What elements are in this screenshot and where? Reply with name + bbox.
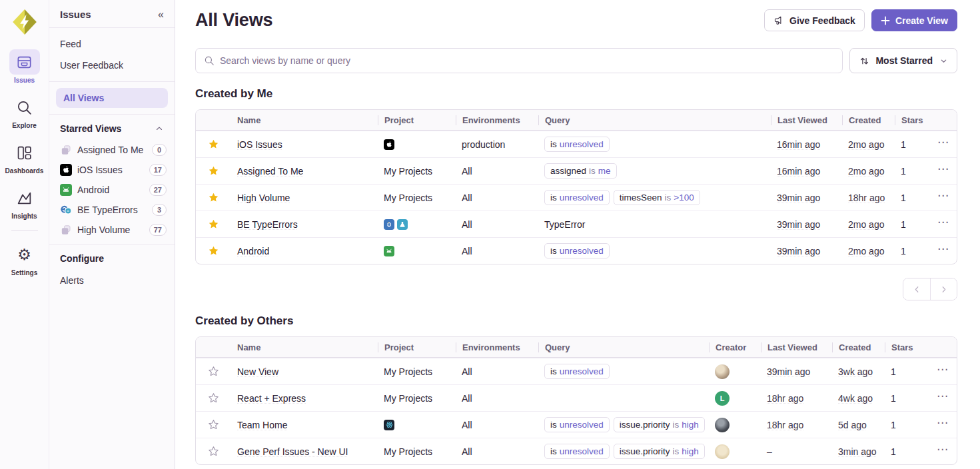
query-pill: isunresolved bbox=[544, 243, 610, 258]
pagination-next-button[interactable] bbox=[930, 278, 957, 300]
give-feedback-button[interactable]: Give Feedback bbox=[764, 9, 865, 31]
query-cell: isunresolved bbox=[538, 137, 771, 152]
view-name-link[interactable]: Team Home bbox=[237, 420, 287, 430]
rail-item-explore[interactable]: Explore bbox=[0, 95, 49, 129]
plus-icon bbox=[881, 16, 890, 25]
query-cell: TypeError bbox=[538, 219, 771, 230]
query-cell: isunresolved bbox=[538, 364, 709, 379]
sort-select[interactable]: Most Starred bbox=[849, 48, 957, 73]
query-token: high bbox=[682, 446, 699, 456]
stars-cell: 1 bbox=[895, 193, 931, 203]
rail-item-insights[interactable]: Insights bbox=[0, 185, 49, 220]
more-options-button[interactable]: ⋯ bbox=[937, 217, 949, 232]
star-button[interactable] bbox=[196, 385, 231, 411]
sidebar-item-all-views[interactable]: All Views bbox=[56, 88, 168, 108]
stars-cell: 1 bbox=[895, 246, 931, 256]
last-viewed-cell: 39min ago bbox=[771, 246, 842, 256]
star-button[interactable] bbox=[196, 358, 231, 384]
view-name-link[interactable]: Android bbox=[237, 246, 269, 256]
query-token: unresolved bbox=[560, 366, 604, 376]
starred-view-item[interactable]: iOS Issues17 bbox=[49, 160, 175, 180]
query-token: is bbox=[589, 166, 596, 176]
rail-item-settings[interactable]: ⚙Settings bbox=[0, 242, 49, 276]
search-views-input[interactable] bbox=[220, 55, 834, 66]
star-button[interactable] bbox=[196, 412, 231, 438]
starred-view-item[interactable]: BE TypeErrors3 bbox=[49, 200, 175, 220]
rail-item-issues[interactable]: Issues bbox=[0, 49, 49, 84]
unstar-button[interactable] bbox=[196, 131, 231, 157]
more-options-button[interactable]: ⋯ bbox=[937, 243, 949, 258]
query-pill: isunresolved bbox=[544, 444, 610, 459]
more-options-button[interactable]: ⋯ bbox=[937, 137, 949, 152]
created-cell: 2mo ago bbox=[842, 166, 895, 177]
unstar-button[interactable] bbox=[196, 158, 231, 184]
query-token: is bbox=[550, 366, 557, 376]
sidebar-primary-links: FeedUser Feedback bbox=[49, 28, 175, 81]
more-options-button[interactable]: ⋯ bbox=[937, 444, 949, 459]
megaphone-icon bbox=[773, 15, 784, 26]
view-name-link[interactable]: iOS Issues bbox=[237, 139, 282, 150]
environments-cell: All bbox=[456, 393, 538, 404]
star-button[interactable] bbox=[196, 438, 231, 464]
view-name-link[interactable]: High Volume bbox=[237, 193, 290, 203]
collapse-sidebar-icon[interactable]: « bbox=[158, 9, 164, 20]
unstar-button[interactable] bbox=[196, 211, 231, 237]
starred-view-item[interactable]: High Volume77 bbox=[49, 220, 175, 240]
last-viewed-cell: 39min ago bbox=[761, 366, 832, 377]
more-options-button[interactable]: ⋯ bbox=[937, 190, 949, 205]
creator-cell: L bbox=[709, 391, 761, 406]
configure-title: Configure bbox=[60, 253, 104, 264]
view-name-link[interactable]: BE TypeErrors bbox=[237, 219, 298, 230]
view-name-link[interactable]: New View bbox=[237, 366, 278, 377]
query-cell: assignedisme bbox=[538, 163, 771, 179]
stars-cell: 1 bbox=[885, 446, 931, 457]
settings-icon: ⚙ bbox=[9, 242, 40, 267]
main-content: All Views Give Feedback Create View bbox=[175, 0, 980, 469]
query-token: >100 bbox=[674, 193, 694, 203]
stars-cell: 1 bbox=[895, 219, 931, 230]
more-options-button[interactable]: ⋯ bbox=[937, 163, 949, 179]
more-options-button[interactable]: ⋯ bbox=[937, 364, 949, 379]
query-token: unresolved bbox=[560, 193, 604, 203]
last-viewed-value: 39min ago bbox=[777, 219, 820, 230]
column-header: Last Viewed bbox=[771, 115, 842, 125]
view-name-link[interactable]: Assigned To Me bbox=[237, 166, 303, 177]
explore-icon bbox=[9, 95, 40, 120]
column-header-star bbox=[196, 342, 231, 352]
sentry-logo-icon[interactable] bbox=[11, 8, 39, 36]
rail-item-label: Dashboards bbox=[5, 167, 44, 175]
created-value: 2mo ago bbox=[848, 219, 884, 230]
more-options-button[interactable]: ⋯ bbox=[937, 390, 949, 406]
table-row: High VolumeMy ProjectsAllisunresolvedtim… bbox=[196, 184, 957, 211]
sidebar-item-user-feedback[interactable]: User Feedback bbox=[49, 55, 175, 76]
divider bbox=[11, 231, 38, 231]
created-cell: 2mo ago bbox=[842, 219, 895, 230]
starred-view-item[interactable]: Android27 bbox=[49, 180, 175, 200]
insights-icon bbox=[9, 185, 40, 211]
starred-view-item[interactable]: Assigned To Me0 bbox=[49, 140, 175, 160]
column-header: Environments bbox=[456, 342, 538, 352]
configure-list: Alerts bbox=[49, 270, 175, 291]
last-viewed-value: 16min ago bbox=[777, 139, 820, 150]
pagination-prev-button[interactable] bbox=[903, 278, 930, 300]
rail-item-dashboards[interactable]: Dashboards bbox=[0, 140, 49, 175]
project-cell: My Projects bbox=[378, 166, 456, 177]
chevron-up-icon[interactable] bbox=[155, 124, 164, 133]
create-view-button[interactable]: Create View bbox=[871, 9, 957, 31]
view-name-link[interactable]: React + Express bbox=[237, 393, 306, 404]
environments-cell: All bbox=[456, 219, 538, 230]
view-name-link[interactable]: Gene Perf Issues - New UI bbox=[237, 446, 348, 457]
view-generic-icon bbox=[60, 224, 72, 236]
more-options-button[interactable]: ⋯ bbox=[937, 417, 949, 432]
unstar-button[interactable] bbox=[196, 238, 231, 264]
sidebar-item-alerts[interactable]: Alerts bbox=[49, 270, 175, 291]
unstar-button[interactable] bbox=[196, 185, 231, 211]
apple-icon bbox=[60, 164, 72, 176]
chevron-left-icon bbox=[912, 284, 922, 294]
chevron-down-icon bbox=[939, 57, 948, 65]
project-label: My Projects bbox=[384, 393, 432, 404]
name-cell: React + Express bbox=[231, 393, 378, 404]
sidebar-item-feed[interactable]: Feed bbox=[49, 33, 175, 55]
sort-label: Most Starred bbox=[875, 55, 933, 66]
actions-cell: ⋯ bbox=[931, 390, 957, 406]
